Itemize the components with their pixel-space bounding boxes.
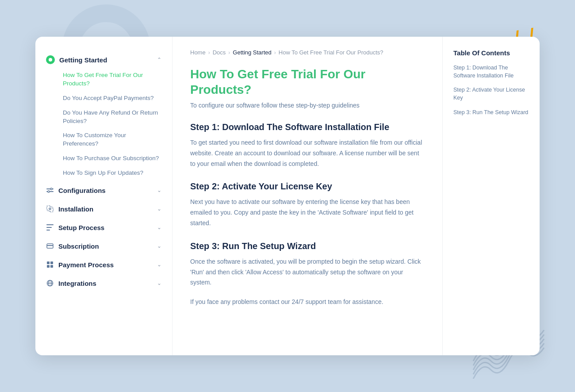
svg-rect-14 xyxy=(50,265,53,268)
gear-icon xyxy=(46,205,54,213)
sidebar-item-updates[interactable]: How To Sign Up For Updates? xyxy=(59,166,165,180)
step-2-body: Next you have to activate our software b… xyxy=(190,197,425,228)
breadcrumb: Home › Docs › Getting Started › How To G… xyxy=(190,49,425,56)
sidebar-section-installation: Installation ⌄ xyxy=(35,200,172,217)
sidebar-item-refund[interactable]: Do You Have Any Refund Or Return Policie… xyxy=(59,106,165,128)
chevron-down-icon-installation: ⌄ xyxy=(157,206,161,212)
page-title: How To Get Free Trial For Our Products? xyxy=(190,66,425,97)
breadcrumb-sep-3: › xyxy=(274,50,276,56)
step-1-title: Step 1: Download The Software Installati… xyxy=(190,122,425,132)
sidebar-getting-started-items: How To Get Free Trial For Our Products? … xyxy=(35,69,172,180)
sidebar-section-subscription: Subscription ⌄ xyxy=(35,238,172,254)
table-of-contents: Table Of Contents Step 1: Download The S… xyxy=(442,37,540,355)
page-subtitle: To configure our software follow these s… xyxy=(190,102,425,109)
sidebar: Getting Started ⌃ How To Get Free Trial … xyxy=(35,37,172,355)
chevron-down-icon-subscription: ⌄ xyxy=(157,243,161,249)
chevron-down-icon-integrations: ⌄ xyxy=(157,280,161,286)
step-3-body: Once the software is activated, you will… xyxy=(190,257,425,288)
sidebar-item-subscription[interactable]: How To Purchase Our Subscription? xyxy=(59,152,165,165)
step-1-body: To get started you need to first downloa… xyxy=(190,138,425,169)
svg-rect-10 xyxy=(47,245,53,246)
sidebar-section-title-configurations: Configurations xyxy=(58,187,106,194)
toc-item-3[interactable]: Step 3: Run The Setup Wizard xyxy=(453,108,529,116)
sidebar-item-customize[interactable]: How To Customize Your Preferences? xyxy=(59,129,165,151)
sidebar-section-title-installation: Installation xyxy=(58,205,93,213)
sidebar-section-title-subscription: Subscription xyxy=(58,242,99,250)
svg-rect-12 xyxy=(50,261,53,264)
breadcrumb-sep-2: › xyxy=(228,50,230,56)
getting-started-active-dot xyxy=(46,55,55,64)
step-2-title: Step 2: Activate Your License Key xyxy=(190,181,425,192)
sidebar-section-title-integrations: Integrations xyxy=(58,280,96,287)
sidebar-section-payment-process: Payment Process ⌄ xyxy=(35,256,172,273)
card-icon xyxy=(46,242,54,250)
sidebar-section-header-getting-started[interactable]: Getting Started ⌃ xyxy=(35,51,172,69)
svg-point-4 xyxy=(50,188,52,190)
svg-rect-13 xyxy=(47,265,50,268)
sidebar-section-title-setup-process: Setup Process xyxy=(58,224,104,231)
sidebar-section-header-payment-process[interactable]: Payment Process ⌄ xyxy=(35,256,172,273)
step-3-title: Step 3: Run The Setup Wizard xyxy=(190,241,425,251)
sidebar-section-configurations: Configurations ⌄ xyxy=(35,182,172,199)
sidebar-section-title-payment-process: Payment Process xyxy=(58,261,114,269)
chevron-down-icon-payment: ⌄ xyxy=(157,261,161,268)
breadcrumb-docs[interactable]: Docs xyxy=(213,49,226,56)
sidebar-section-header-setup-process[interactable]: Setup Process ⌄ xyxy=(35,219,172,236)
chevron-up-icon: ⌃ xyxy=(157,57,161,63)
sidebar-section-header-subscription[interactable]: Subscription ⌄ xyxy=(35,238,172,254)
sidebar-section-header-installation[interactable]: Installation ⌄ xyxy=(35,200,172,217)
sidebar-section-integrations: Integrations ⌄ xyxy=(35,275,172,292)
main-card: Getting Started ⌃ How To Get Free Trial … xyxy=(35,37,540,355)
breadcrumb-home[interactable]: Home xyxy=(190,49,206,56)
sliders-icon xyxy=(46,186,54,194)
sidebar-section-getting-started: Getting Started ⌃ How To Get Free Trial … xyxy=(35,51,172,180)
sidebar-section-setup-process: Setup Process ⌄ xyxy=(35,219,172,236)
breadcrumb-getting-started[interactable]: Getting Started xyxy=(233,49,271,56)
breadcrumb-current: How To Get Free Trial For Our Products? xyxy=(279,49,383,56)
svg-rect-11 xyxy=(47,261,50,264)
main-content: Home › Docs › Getting Started › How To G… xyxy=(172,37,442,355)
support-note: If you face any problems contact our 24/… xyxy=(190,297,425,307)
chevron-down-icon-config: ⌄ xyxy=(157,187,161,193)
breadcrumb-sep-1: › xyxy=(208,50,210,56)
svg-rect-6 xyxy=(46,224,54,225)
toc-title: Table Of Contents xyxy=(453,49,529,57)
svg-point-5 xyxy=(48,191,50,192)
sidebar-section-header-configurations[interactable]: Configurations ⌄ xyxy=(35,182,172,199)
chevron-down-icon-setup: ⌄ xyxy=(157,224,161,231)
sidebar-section-header-integrations[interactable]: Integrations ⌄ xyxy=(35,275,172,292)
sidebar-section-title-getting-started: Getting Started xyxy=(59,56,107,64)
lines-icon xyxy=(46,223,54,231)
sidebar-item-free-trial[interactable]: How To Get Free Trial For Our Products? xyxy=(59,69,165,91)
svg-rect-7 xyxy=(46,227,52,228)
grid-icon xyxy=(46,261,54,269)
toc-item-1[interactable]: Step 1: Download The Software Installati… xyxy=(453,64,529,80)
svg-rect-8 xyxy=(46,230,50,231)
toc-item-2[interactable]: Step 2: Activate Your License Key xyxy=(453,86,529,102)
sidebar-item-paypal[interactable]: Do You Accept PayPal Payments? xyxy=(59,92,165,105)
globe-icon xyxy=(46,279,54,287)
